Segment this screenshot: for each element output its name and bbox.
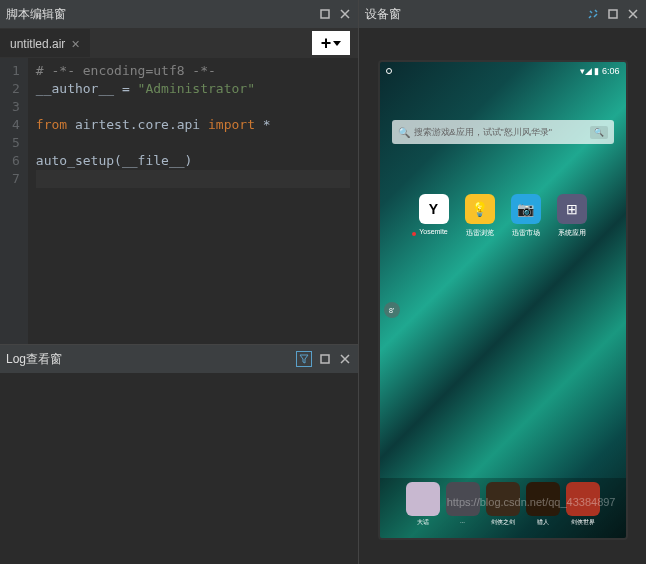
dock-app[interactable]: 剑侠世界 xyxy=(566,482,600,534)
restore-icon[interactable] xyxy=(606,7,620,21)
app-label: 迅雷浏览 xyxy=(466,228,494,238)
dock-app-icon xyxy=(566,482,600,516)
close-icon[interactable] xyxy=(626,7,640,21)
close-tab-icon[interactable]: ✕ xyxy=(71,38,80,51)
plus-icon: + xyxy=(321,34,332,52)
dock-app-icon xyxy=(406,482,440,516)
caret-down-icon xyxy=(333,41,341,46)
code-line[interactable]: # -*- encoding=utf8 -*- xyxy=(36,62,350,80)
script-editor-header: 脚本编辑窗 xyxy=(0,0,358,28)
app-迅雷市场[interactable]: 📷迅雷市场 xyxy=(511,194,541,238)
line-number: 6 xyxy=(12,152,20,170)
close-icon[interactable] xyxy=(338,352,352,366)
tab-script[interactable]: untitled.air ✕ xyxy=(0,29,90,57)
restore-icon[interactable] xyxy=(318,7,332,21)
code-editor[interactable]: 1234567 # -*- encoding=utf8 -*-__author_… xyxy=(0,58,358,344)
dock-app[interactable]: 剑侠之剑 xyxy=(486,482,520,534)
filter-icon[interactable] xyxy=(296,351,312,367)
code-line[interactable]: from airtest.core.api import * xyxy=(36,116,350,134)
search-placeholder: 搜索游戏&应用，试试"怒川风华录" xyxy=(414,126,552,139)
code-line[interactable] xyxy=(36,170,350,188)
restore-icon[interactable] xyxy=(318,352,332,366)
status-bar: ▾◢ ▮ 6:06 xyxy=(380,62,626,80)
app-label: 系统应用 xyxy=(558,228,586,238)
line-number: 7 xyxy=(12,170,20,188)
code-line[interactable] xyxy=(36,98,350,116)
status-time: 6:06 xyxy=(602,66,620,76)
editor-tab-bar: untitled.air ✕ + xyxy=(0,28,358,58)
app-Yosemite[interactable]: YYosemite xyxy=(419,194,449,238)
svg-rect-0 xyxy=(321,10,329,18)
dock-app-icon xyxy=(526,482,560,516)
line-gutter: 1234567 xyxy=(0,58,28,344)
app-icon: ⊞ xyxy=(557,194,587,224)
app-迅雷浏览[interactable]: 💡迅雷浏览 xyxy=(465,194,495,238)
search-go-icon[interactable]: 🔍 xyxy=(590,126,608,139)
script-editor-title: 脚本编辑窗 xyxy=(6,6,66,23)
tools-icon[interactable] xyxy=(586,7,600,21)
log-body xyxy=(0,373,358,564)
line-number: 5 xyxy=(12,134,20,152)
add-button[interactable]: + xyxy=(312,31,350,55)
dock-app[interactable]: 猎人 xyxy=(526,482,560,534)
dock-app-label: 大话 xyxy=(417,518,429,527)
code-line[interactable] xyxy=(36,134,350,152)
app-label: Yosemite xyxy=(419,228,448,235)
dock-app[interactable]: 大话 xyxy=(406,482,440,534)
dock-app-label: ... xyxy=(460,518,465,524)
app-grid: YYosemite💡迅雷浏览📷迅雷市场⊞系统应用 xyxy=(380,194,626,238)
device-panel-title: 设备窗 xyxy=(365,6,401,23)
app-icon: 📷 xyxy=(511,194,541,224)
device-screen[interactable]: ▾◢ ▮ 6:06 🔍 搜索游戏&应用，试试"怒川风华录" 🔍 YYosemit… xyxy=(378,60,628,540)
dock-app[interactable]: ... xyxy=(446,482,480,534)
tab-label: untitled.air xyxy=(10,37,65,51)
device-panel-header: 设备窗 xyxy=(359,0,646,28)
log-viewer-header: Log查看窗 xyxy=(0,345,358,373)
code-area[interactable]: # -*- encoding=utf8 -*-__author__ = "Adm… xyxy=(28,58,358,344)
app-icon: 💡 xyxy=(465,194,495,224)
search-icon: 🔍 xyxy=(398,127,410,138)
close-icon[interactable] xyxy=(338,7,352,21)
device-body: ▾◢ ▮ 6:06 🔍 搜索游戏&应用，试试"怒川风华录" 🔍 YYosemit… xyxy=(359,28,646,564)
dock-app-label: 猎人 xyxy=(537,518,549,527)
dock-app-icon xyxy=(486,482,520,516)
code-line[interactable]: auto_setup(__file__) xyxy=(36,152,350,170)
camera-icon xyxy=(386,68,392,74)
search-input[interactable]: 🔍 搜索游戏&应用，试试"怒川风华录" 🔍 xyxy=(392,120,614,144)
app-label: 迅雷市场 xyxy=(512,228,540,238)
dock-app-icon xyxy=(446,482,480,516)
line-number: 1 xyxy=(12,62,20,80)
side-knob[interactable]: 8' xyxy=(384,302,400,318)
app-系统应用[interactable]: ⊞系统应用 xyxy=(557,194,587,238)
dock-app-label: 剑侠之剑 xyxy=(491,518,515,527)
code-line[interactable]: __author__ = "Administrator" xyxy=(36,80,350,98)
log-viewer-title: Log查看窗 xyxy=(6,351,62,368)
line-number: 3 xyxy=(12,98,20,116)
dock: 大话...剑侠之剑猎人剑侠世界 xyxy=(380,478,626,538)
notification-dot xyxy=(412,232,416,236)
dock-app-label: 剑侠世界 xyxy=(571,518,595,527)
status-right: ▾◢ ▮ 6:06 xyxy=(580,66,620,76)
svg-rect-2 xyxy=(609,10,617,18)
line-number: 2 xyxy=(12,80,20,98)
svg-rect-1 xyxy=(321,355,329,363)
line-number: 4 xyxy=(12,116,20,134)
app-icon: Y xyxy=(419,194,449,224)
